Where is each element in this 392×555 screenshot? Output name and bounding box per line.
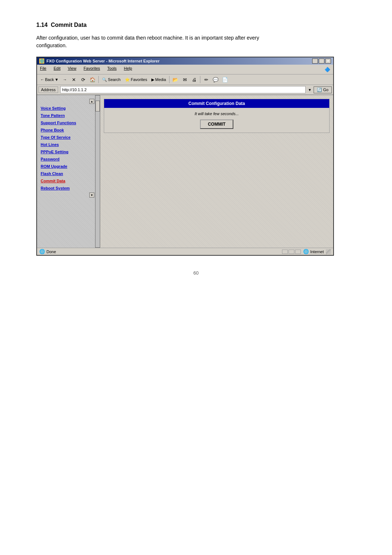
status-right: 🌐 Internet bbox=[303, 249, 324, 254]
sidebar: ▲ Voice SettingTone PatternSupport Funct… bbox=[37, 95, 95, 248]
browser-window: 🌐 FXO Configuration Web Server - Microso… bbox=[36, 57, 334, 256]
close-button[interactable]: ✕ bbox=[325, 58, 331, 64]
sidebar-link-9[interactable]: Flash Clean bbox=[37, 170, 95, 177]
scroll-down-button[interactable]: ▼ bbox=[89, 193, 94, 198]
zone-text: Internet bbox=[310, 250, 324, 254]
title-bar: 🌐 FXO Configuration Web Server - Microso… bbox=[37, 57, 333, 65]
toolbar-sep-1 bbox=[98, 76, 99, 83]
favorites-icon: ⭐ bbox=[125, 77, 130, 82]
dropdown-arrow-icon[interactable]: ▼ bbox=[308, 88, 311, 92]
sidebar-content: Voice SettingTone PatternSupport Functio… bbox=[37, 105, 95, 192]
edit-button[interactable]: ✏ bbox=[202, 76, 211, 84]
sidebar-link-3[interactable]: Phone Book bbox=[37, 126, 95, 134]
forward-button[interactable]: → bbox=[61, 76, 69, 83]
refresh-button[interactable]: ⟳ bbox=[79, 76, 87, 84]
browser-title: FXO Configuration Web Server - Microsoft… bbox=[46, 59, 160, 63]
menu-bar: File Edit View Favorites Tools Help 🔷 bbox=[37, 65, 333, 74]
internet-icon: 🌐 bbox=[303, 249, 309, 254]
back-arrow-icon: ← bbox=[40, 77, 44, 82]
back-dropdown-icon: ▼ bbox=[54, 77, 58, 82]
menu-help[interactable]: Help bbox=[122, 65, 134, 73]
main-content: Commit Configuration Data It will take f… bbox=[100, 95, 333, 248]
browser-icon: 🌐 bbox=[39, 58, 44, 64]
sidebar-link-0[interactable]: Voice Setting bbox=[37, 105, 95, 112]
panel-header: Commit Configuration Data bbox=[104, 99, 329, 108]
sidebar-link-10[interactable]: Commit Data bbox=[37, 177, 95, 185]
section-description: After configuration, user has to commit … bbox=[36, 34, 290, 49]
address-input[interactable] bbox=[60, 86, 306, 93]
go-arrow-icon: 🔄 bbox=[317, 88, 322, 92]
go-button[interactable]: 🔄 Go bbox=[314, 86, 332, 93]
commit-button[interactable]: COMMIT bbox=[200, 119, 234, 129]
progress-seg-2 bbox=[289, 250, 294, 254]
sidebar-link-6[interactable]: PPPoE Setting bbox=[37, 148, 95, 155]
vertical-scrollbar[interactable] bbox=[95, 95, 100, 248]
scroll-up-button[interactable]: ▲ bbox=[89, 99, 94, 104]
sidebar-link-4[interactable]: Type Of Service bbox=[37, 134, 95, 141]
toolbar: ← Back ▼ → ✕ ⟳ 🏠 🔍 Search ⭐ Favorites ▶ … bbox=[37, 74, 333, 85]
print-button[interactable]: 🖨 bbox=[190, 76, 199, 84]
menu-file[interactable]: File bbox=[38, 65, 48, 73]
history-button[interactable]: 📂 bbox=[171, 76, 180, 84]
home-button[interactable]: 🏠 bbox=[88, 76, 97, 84]
maximize-button[interactable]: □ bbox=[319, 58, 324, 64]
title-bar-left: 🌐 FXO Configuration Web Server - Microso… bbox=[39, 58, 160, 64]
status-bar: 🌐 Done 🌐 Internet bbox=[37, 248, 333, 255]
media-icon: ▶ bbox=[151, 77, 154, 82]
section-title: 1.14 Commit Data bbox=[36, 22, 356, 28]
address-bar: Address ▼ 🔄 Go bbox=[37, 85, 333, 95]
page-number: 60 bbox=[36, 270, 356, 276]
forward-arrow-icon: → bbox=[63, 77, 67, 82]
search-button[interactable]: 🔍 Search bbox=[100, 76, 122, 83]
scrollbar-thumb[interactable] bbox=[95, 101, 100, 112]
title-bar-buttons[interactable]: _ □ ✕ bbox=[312, 58, 331, 64]
sidebar-link-5[interactable]: Hot Lines bbox=[37, 141, 95, 148]
browser-body: ▲ Voice SettingTone PatternSupport Funct… bbox=[37, 95, 333, 248]
sidebar-link-8[interactable]: ROM Upgrade bbox=[37, 163, 95, 170]
resize-handle[interactable] bbox=[326, 249, 331, 254]
minimize-button[interactable]: _ bbox=[312, 58, 318, 64]
toolbar-sep-3 bbox=[200, 76, 200, 83]
sidebar-link-7[interactable]: Password bbox=[37, 155, 95, 163]
status-text: Done bbox=[46, 250, 56, 254]
sidebar-link-1[interactable]: Tone Pattern bbox=[37, 112, 95, 119]
status-icon: 🌐 bbox=[39, 249, 45, 254]
sidebar-link-11[interactable]: Reboot System bbox=[37, 185, 95, 192]
menu-tools[interactable]: Tools bbox=[106, 65, 118, 73]
stop-button[interactable]: ✕ bbox=[69, 76, 78, 84]
ie-icon: 🔷 bbox=[323, 65, 332, 73]
panel-body: It will take few seconds... COMMIT bbox=[104, 108, 329, 133]
search-icon: 🔍 bbox=[102, 77, 107, 82]
extra-button[interactable]: 📄 bbox=[221, 76, 229, 84]
mail-button[interactable]: ✉ bbox=[180, 76, 189, 84]
discuss-button[interactable]: 💬 bbox=[211, 76, 220, 84]
content-panel: Commit Configuration Data It will take f… bbox=[104, 99, 330, 133]
status-left: 🌐 Done bbox=[39, 249, 56, 254]
address-label: Address bbox=[38, 86, 58, 93]
menu-view[interactable]: View bbox=[66, 65, 78, 73]
progress-bar bbox=[282, 250, 301, 254]
progress-seg-1 bbox=[282, 250, 288, 254]
progress-seg-3 bbox=[295, 250, 301, 254]
toolbar-sep-2 bbox=[169, 76, 170, 83]
sidebar-link-2[interactable]: Support Functions bbox=[37, 119, 95, 126]
panel-subtitle: It will take few seconds... bbox=[108, 112, 326, 116]
menu-favorites[interactable]: Favorites bbox=[82, 65, 101, 73]
favorites-button[interactable]: ⭐ Favorites bbox=[123, 76, 149, 83]
back-button[interactable]: ← Back ▼ bbox=[38, 76, 60, 83]
menu-edit[interactable]: Edit bbox=[52, 65, 62, 73]
sidebar-wrapper: ▲ Voice SettingTone PatternSupport Funct… bbox=[37, 95, 100, 248]
media-button[interactable]: ▶ Media bbox=[150, 76, 168, 83]
